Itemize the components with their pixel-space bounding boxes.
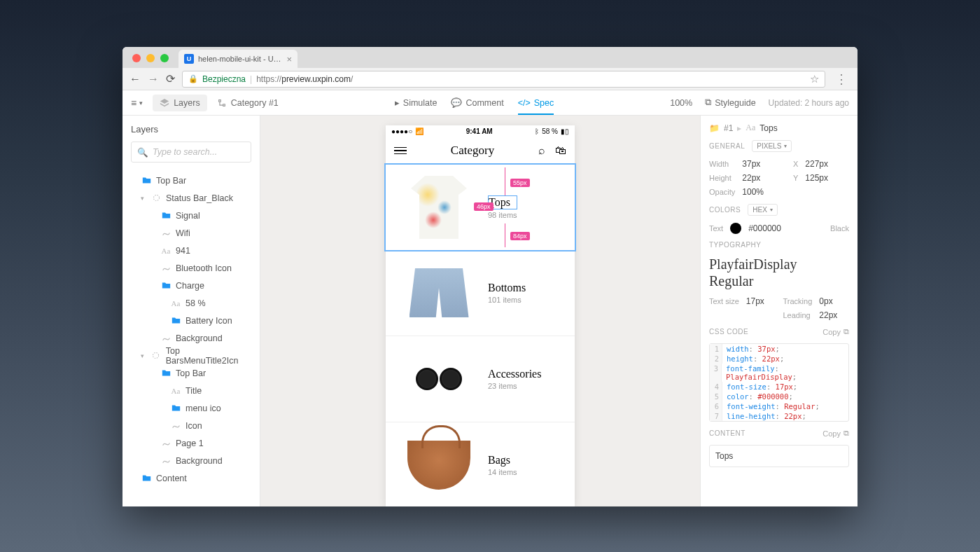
color-format-select[interactable]: HEX ▾: [748, 204, 778, 216]
layers-tree: Top Bar▾Status Bar_BlackSignalWifiAa941B…: [131, 172, 251, 486]
layer-row[interactable]: Top Bar: [131, 172, 251, 188]
layers-search-input[interactable]: 🔍 Type to search...: [131, 142, 251, 163]
browser-tab[interactable]: U helen-mobile-ui-kit - UXPin Pr ×: [178, 50, 298, 68]
text-color-row[interactable]: Text #000000 Black: [709, 223, 849, 234]
category-row[interactable]: Bottoms101 items: [386, 250, 575, 336]
category-subtitle: 98 items: [488, 211, 517, 219]
secure-label: Bezpieczna: [202, 74, 246, 84]
css-code-box[interactable]: 1width: 37px;2height: 22px;3font-family:…: [709, 343, 849, 422]
layer-row[interactable]: Content: [131, 470, 251, 486]
main-area: Layers 🔍 Type to search... Top Bar▾Statu…: [122, 116, 858, 506]
code-icon: </>: [518, 98, 531, 108]
updated-label: Updated: 2 hours ago: [769, 98, 849, 108]
layer-row[interactable]: Bluetooth Icon: [131, 260, 251, 276]
category-image: [390, 340, 488, 418]
minimize-window-button[interactable]: [146, 54, 155, 62]
css-line: 3font-family: PlayfairDisplay;: [710, 364, 848, 382]
layer-row[interactable]: Background: [131, 453, 251, 469]
dimension-label: 55px: [510, 179, 530, 187]
leading-value: 22px: [819, 310, 849, 320]
folder-icon: [141, 474, 151, 483]
maximize-window-button[interactable]: [160, 54, 169, 62]
category-row[interactable]: Bags14 items: [386, 422, 575, 506]
copy-css-button[interactable]: Copy ⧉: [822, 327, 849, 336]
layer-label: menu ico: [186, 403, 221, 413]
layer-row[interactable]: Aa941: [131, 242, 251, 258]
layer-row[interactable]: Battery Icon: [131, 312, 251, 329]
layer-label: Icon: [186, 421, 202, 431]
layer-row[interactable]: Page 1: [131, 435, 251, 451]
layer-label: Charge: [176, 281, 204, 291]
chrome-top: U helen-mobile-ui-kit - UXPin Pr × ← → ⟳…: [122, 47, 858, 90]
app-menu-button[interactable]: ≡ ▾: [131, 97, 143, 109]
menu-icon[interactable]: [394, 147, 407, 155]
layer-row[interactable]: ▾Top BarsMenuTitle2Icn: [131, 347, 251, 364]
layer-row[interactable]: Wifi: [131, 225, 251, 241]
tab-favicon-icon: U: [184, 54, 194, 64]
simulate-button[interactable]: ▸ Simulate: [395, 97, 438, 108]
canvas[interactable]: ●●●●○ 📶 9:41 AM ᛒ 58 % ▮▯ Category ⌕: [260, 116, 700, 506]
layer-row[interactable]: Signal: [131, 207, 251, 223]
browser-menu-icon[interactable]: ⋮: [832, 71, 850, 87]
layer-label: Background: [176, 456, 223, 466]
breadcrumb[interactable]: Category #1: [217, 98, 279, 108]
zoom-level[interactable]: 100%: [670, 98, 692, 108]
layers-toggle[interactable]: Layers: [153, 95, 207, 111]
layer-label: 941: [176, 246, 190, 256]
category-subtitle: 14 items: [488, 468, 517, 476]
layer-label: Title: [186, 386, 202, 396]
svg-point-1: [153, 352, 159, 358]
layer-row[interactable]: Top Bar: [131, 365, 251, 381]
search-icon[interactable]: ⌕: [538, 144, 545, 157]
height-value: 22px: [742, 173, 786, 183]
layer-label: Top BarsMenuTitle2Icn: [166, 346, 251, 366]
traffic-lights: [128, 54, 173, 68]
layer-label: Signal: [176, 211, 200, 221]
layer-row[interactable]: Aa58 %: [131, 295, 251, 311]
comment-button[interactable]: 💬 Comment: [451, 97, 503, 108]
layer-row[interactable]: menu ico: [131, 400, 251, 416]
layer-label: Battery Icon: [186, 316, 232, 326]
layer-row[interactable]: ▾Status Bar_Black: [131, 190, 251, 206]
css-section-label: CSS CODE: [709, 328, 748, 336]
close-window-button[interactable]: [132, 54, 141, 62]
battery-icon: ▮▯: [561, 127, 569, 135]
copy-content-button[interactable]: Copy ⧉: [822, 429, 849, 438]
styleguide-button[interactable]: ⧉ Styleguide: [705, 97, 755, 108]
spec-tab[interactable]: </> Spec: [518, 98, 554, 115]
layer-row[interactable]: Icon: [131, 418, 251, 434]
y-value: 125px: [805, 173, 849, 183]
bag-icon[interactable]: 🛍: [555, 144, 566, 157]
bookmark-star-icon[interactable]: ☆: [810, 73, 819, 85]
category-row[interactable]: Tops98 items46px55px84px: [384, 163, 576, 251]
folder-icon: [171, 316, 181, 326]
battery-pct: 58 %: [542, 127, 558, 135]
url-input[interactable]: 🔒 Bezpieczna | https://preview.uxpin.com…: [182, 71, 825, 88]
comment-icon: 💬: [451, 97, 462, 108]
layer-label: Bluetooth Icon: [176, 263, 232, 273]
path-icon: [161, 228, 171, 238]
path-icon: [171, 421, 181, 431]
opacity-value: 100%: [742, 187, 786, 197]
colors-section-label: COLORS: [709, 206, 741, 214]
device-frame: ●●●●○ 📶 9:41 AM ᛒ 58 % ▮▯ Category ⌕: [386, 125, 575, 506]
wifi-icon: 📶: [415, 127, 424, 135]
back-button[interactable]: ←: [130, 73, 141, 85]
font-weight-value: Regular: [709, 272, 849, 289]
layer-row[interactable]: Charge: [131, 277, 251, 294]
css-line: 2height: 22px;: [710, 354, 848, 364]
units-select[interactable]: PIXELS ▾: [752, 140, 792, 152]
layer-label: Content: [156, 474, 187, 483]
svg-point-0: [153, 195, 159, 200]
category-row[interactable]: Accessories23 items: [386, 336, 575, 422]
forward-button[interactable]: →: [148, 73, 159, 85]
path-icon: [161, 333, 171, 343]
color-name: Black: [830, 224, 849, 233]
layer-row[interactable]: Background: [131, 330, 251, 346]
layer-row[interactable]: AaTitle: [131, 382, 251, 399]
tab-close-icon[interactable]: ×: [286, 54, 292, 64]
copy-icon: ⧉: [844, 327, 849, 336]
reload-button[interactable]: ⟳: [166, 72, 175, 85]
content-value[interactable]: Tops: [709, 445, 849, 467]
hierarchy-icon: [217, 98, 227, 108]
